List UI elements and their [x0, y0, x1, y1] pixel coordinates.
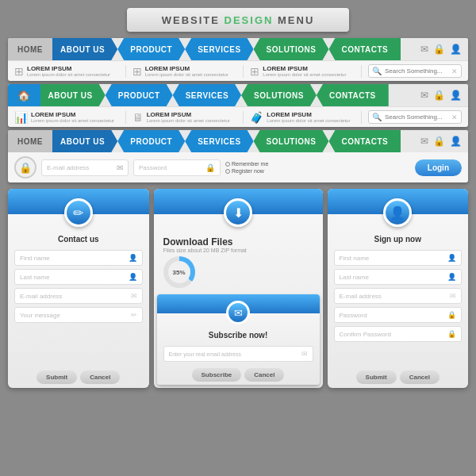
subscribe-subpanel: ✉ Subscribe now! Enter your real email a… [157, 294, 320, 385]
lorem-sub-5: Lorem ipsum dolor sit amet consectetur [147, 118, 230, 123]
nav-solutions-3[interactable]: SOLUTIONS [254, 130, 329, 152]
contact-panel-title: Contact us [8, 235, 149, 244]
content-item-4: 📊 LOREM IPSUM Lorem ipsum dolor sit amet… [14, 111, 126, 124]
progress-label: 35% [172, 269, 185, 276]
signup-panel-header: 👤 [328, 189, 469, 214]
content-item-1: ⊞ LOREM IPSUM Lorem ipsum dolor sit amet… [14, 65, 126, 78]
signup-lock-icon: 🔒 [447, 311, 456, 319]
download-panel: ⬇ Download Files Files size about 20 MB … [154, 189, 323, 388]
signup-panel: 👤 Sign up now First name 👤 Last name 👤 E… [328, 189, 469, 388]
lorem-title-2: LOREM IPSUM [145, 65, 228, 72]
nav-about-1[interactable]: ABOUT US [52, 38, 117, 60]
remember-block: Remember me Register now [225, 161, 268, 174]
nav-icons-2: ✉ 🔒 👤 [414, 84, 468, 106]
login-button[interactable]: Login [415, 159, 462, 176]
nav-home-icon-2[interactable]: 🏠 [8, 84, 40, 106]
contact-message-field[interactable]: Your message ✏ [14, 307, 143, 323]
lorem-sub-2: Lorem ipsum dolor sit amet consectetur [145, 72, 228, 77]
lock-icon-2: 🔒 [433, 90, 445, 101]
nav-bar-2: 🏠 ABOUT US PRODUCT SERVICES SOLUTIONS CO… [8, 84, 468, 106]
subscribe-header: ✉ [157, 294, 320, 313]
lorem-sub-6: Lorem ipsum dolor sit amet consectetur [267, 118, 350, 123]
progress-circle: 35% [163, 256, 195, 288]
contact-firstname-field[interactable]: First name 👤 [14, 250, 143, 266]
nav-about-2[interactable]: ABOUT US [40, 84, 106, 106]
search-box-2[interactable]: 🔍 ✕ [368, 110, 462, 124]
contact-panel-footer: Submit Cancel [8, 367, 149, 388]
panels-row: ✏ Contact us First name 👤 Last name 👤 E-… [8, 189, 468, 388]
download-icon-circle: ⬇ [224, 198, 252, 227]
nav-home-1[interactable]: HOME [8, 38, 52, 60]
nav-contacts-1[interactable]: CONTACTS [328, 38, 401, 60]
nav-icons-3: ✉ 🔒 👤 [414, 130, 468, 152]
subscribe-cancel-button[interactable]: Cancel [244, 368, 284, 382]
search-box-1[interactable]: 🔍 ✕ [368, 64, 462, 78]
nav-contacts-2[interactable]: CONTACTS [317, 84, 389, 106]
subscribe-icon-circle: ✉ [226, 301, 250, 324]
search-input-2[interactable] [385, 113, 448, 121]
nav-section-2: 🏠 ABOUT US PRODUCT SERVICES SOLUTIONS CO… [8, 84, 468, 127]
login-lock-icon: 🔒 [14, 156, 36, 178]
monitor-icon: 🖥 [132, 111, 144, 124]
content-strip-2: 📊 LOREM IPSUM Lorem ipsum dolor sit amet… [8, 106, 468, 127]
nav-solutions-1[interactable]: SOLUTIONS [254, 38, 329, 60]
mail-icon: ✉ [420, 44, 428, 55]
grid-icon-2: ⊞ [132, 65, 142, 78]
contact-icon-circle: ✏ [64, 198, 93, 227]
nav-services-3[interactable]: SERVICES [185, 130, 253, 152]
email-field[interactable]: E-mail address ✉ [41, 159, 129, 176]
clear-icon-2[interactable]: ✕ [451, 113, 458, 121]
contact-cancel-button[interactable]: Cancel [80, 370, 120, 384]
edit-field-icon: ✏ [131, 311, 137, 319]
user-field-icon-1: 👤 [129, 254, 137, 262]
signup-panel-body: First name 👤 Last name 👤 E-mail address … [328, 247, 469, 367]
nav-services-2[interactable]: SERVICES [173, 84, 241, 106]
subscribe-body: Enter your real email address ✉ [157, 343, 320, 365]
search-icon-1: 🔍 [372, 67, 382, 75]
lorem-title-3: LOREM IPSUM [263, 65, 346, 72]
search-input-1[interactable] [385, 67, 448, 75]
subscribe-button[interactable]: Subscribe [192, 368, 242, 382]
lorem-title-4: LOREM IPSUM [31, 111, 114, 118]
contact-submit-button[interactable]: Submit [36, 370, 77, 384]
clear-icon-1[interactable]: ✕ [451, 67, 458, 75]
subscribe-email-field[interactable]: Enter your real email address ✉ [163, 346, 313, 362]
nav-home-3[interactable]: HOME [8, 130, 52, 152]
password-field[interactable]: Password 🔒 [133, 159, 221, 176]
nav-product-3[interactable]: PRODUCT [117, 130, 185, 152]
lorem-sub-1: Lorem ipsum dolor sit amet consectetur [27, 72, 110, 77]
grid-icon-3: ⊞ [250, 65, 259, 78]
nav-about-3[interactable]: ABOUT US [52, 130, 117, 152]
signup-submit-button[interactable]: Submit [356, 370, 397, 384]
user-icon-2: 👤 [450, 90, 462, 101]
contact-email-field[interactable]: E-mail address ✉ [14, 288, 143, 304]
contact-lastname-field[interactable]: Last name 👤 [14, 269, 143, 285]
signup-user-icon: 👤 [390, 205, 405, 221]
nav-product-2[interactable]: PRODUCT [106, 84, 173, 106]
nav-product-1[interactable]: PRODUCT [117, 38, 185, 60]
download-icon: ⬇ [233, 205, 244, 221]
signup-lock-icon-2: 🔒 [447, 330, 456, 338]
content-item-2: ⊞ LOREM IPSUM Lorem ipsum dolor sit amet… [132, 65, 244, 78]
bag-icon: 🧳 [250, 111, 263, 124]
nav-bar-1: HOME ABOUT US PRODUCT SERVICES SOLUTIONS… [8, 38, 468, 60]
signup-lastname-field[interactable]: Last name 👤 [334, 269, 463, 285]
mail-field-icon: ✉ [131, 292, 137, 300]
grid-icon-1: ⊞ [14, 65, 24, 78]
signup-confirm-password-field[interactable]: Confirm Password 🔒 [334, 326, 463, 342]
register-radio[interactable] [225, 169, 230, 174]
contact-panel: ✏ Contact us First name 👤 Last name 👤 E-… [8, 189, 149, 388]
signup-firstname-field[interactable]: First name 👤 [334, 250, 463, 266]
nav-services-1[interactable]: SERVICES [185, 38, 253, 60]
download-panel-header: ⬇ [154, 189, 323, 214]
nav-contacts-3[interactable]: CONTACTS [328, 130, 401, 152]
signup-cancel-button[interactable]: Cancel [400, 370, 440, 384]
progress-area: 35% [160, 256, 317, 288]
nav-solutions-2[interactable]: SOLUTIONS [241, 84, 317, 106]
signup-email-field[interactable]: E-mail address ✉ [334, 288, 463, 304]
signup-panel-title: Sign up now [328, 235, 469, 244]
signup-password-field[interactable]: Password 🔒 [334, 307, 463, 323]
user-field-icon-2: 👤 [129, 273, 137, 281]
signup-user-icon-2: 👤 [447, 273, 456, 281]
remember-radio[interactable] [225, 162, 230, 167]
